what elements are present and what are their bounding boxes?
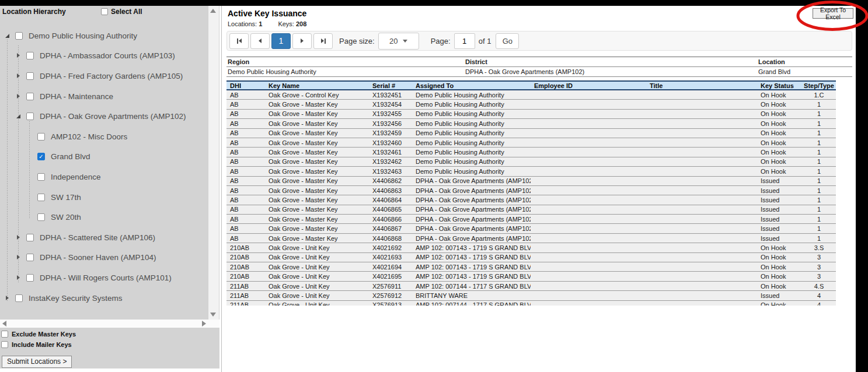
table-row[interactable]: ABOak Grove - Master KeyX1932454Demo Pub… <box>226 100 836 109</box>
tree-item-label[interactable]: SW 20th <box>51 213 81 222</box>
tree-item-label[interactable]: DPHA - Will Rogers Courts (AMP101) <box>40 273 172 282</box>
last-page-button[interactable] <box>313 33 333 49</box>
page-number-input[interactable] <box>454 33 475 49</box>
expand-icon[interactable] <box>16 255 23 260</box>
page-size-dropdown[interactable]: 20 <box>378 33 419 50</box>
tree-item-label[interactable]: DPHA - Ambassador Courts (AMP103) <box>40 51 175 60</box>
tree-item[interactable]: Demo Public Housing Authority <box>0 26 205 46</box>
tree-checkbox[interactable]: ✓ <box>37 153 45 160</box>
column-header[interactable]: Key Status <box>757 82 802 89</box>
tree-item-label[interactable]: Grand Blvd <box>51 152 90 161</box>
table-row[interactable]: ABOak Grove - Master KeyX4406864DPHA - O… <box>226 195 836 205</box>
submit-locations-button[interactable]: Submit Locations > <box>2 356 72 368</box>
column-header[interactable]: Title <box>646 82 757 89</box>
tree-checkbox[interactable] <box>26 274 34 282</box>
table-row[interactable]: ABOak Grove - Master KeyX1932459Demo Pub… <box>226 129 836 138</box>
next-page-button[interactable] <box>292 33 312 49</box>
scroll-right-icon[interactable] <box>202 321 206 327</box>
column-header[interactable]: Step/Type <box>802 82 836 89</box>
select-all-control[interactable]: Select All <box>101 8 142 16</box>
tree-horizontal-scrollbar[interactable] <box>0 320 219 328</box>
table-row[interactable]: ABOak Grove - Master KeyX4406862DPHA - O… <box>226 177 836 186</box>
tree-item[interactable]: DPHA - Will Rogers Courts (AMP101) <box>0 268 205 288</box>
filter-checkbox[interactable] <box>1 341 8 348</box>
table-row[interactable]: 210ABOak Grove - Unit KeyX4021692AMP 102… <box>226 243 836 252</box>
tree-item-label[interactable]: DPHA - Scattered Site (AMP106) <box>40 233 155 242</box>
table-row[interactable]: ABOak Grove - Master KeyX4406863DPHA - O… <box>226 186 836 195</box>
column-header[interactable]: Employee ID <box>531 82 646 89</box>
table-row[interactable]: ABOak Grove - Master KeyX4406866DPHA - O… <box>226 215 836 224</box>
tree-item[interactable]: InstaKey Security Systems <box>0 288 205 308</box>
page-1-button[interactable]: 1 <box>271 33 291 49</box>
collapse-icon[interactable] <box>16 114 23 119</box>
tree-item[interactable]: DPHA - Maintenance <box>0 86 205 107</box>
tree-checkbox[interactable] <box>26 254 34 261</box>
scroll-up-icon[interactable] <box>210 9 216 13</box>
tree-item-label[interactable]: DPHA - Oak Grove Apartments (AMP102) <box>40 112 186 121</box>
table-row[interactable]: 210ABOak Grove - Unit KeyX4021695AMP 102… <box>226 272 836 281</box>
column-header[interactable]: DHI <box>226 82 265 89</box>
table-row[interactable]: ABOak Grove - Master KeyX4406865DPHA - O… <box>226 205 836 215</box>
select-all-checkbox[interactable] <box>101 8 108 15</box>
table-row[interactable]: 211ABOak Grove - Unit KeyX2576912BRITTAN… <box>226 291 836 300</box>
expand-icon[interactable] <box>16 73 23 79</box>
tree-checkbox[interactable] <box>37 213 45 221</box>
previous-page-button[interactable] <box>250 33 270 49</box>
tree-item-label[interactable]: AMP102 - Misc Doors <box>51 132 127 141</box>
tree-item[interactable]: DPHA - Ambassador Courts (AMP103) <box>0 46 205 66</box>
expand-icon[interactable] <box>16 94 23 99</box>
table-row[interactable]: ABOak Grove - Control KeyX1932451Demo Pu… <box>226 90 836 100</box>
first-page-button[interactable] <box>229 33 249 49</box>
expand-icon[interactable] <box>16 53 23 58</box>
table-row[interactable]: ABOak Grove - Master KeyX1932456Demo Pub… <box>226 119 836 128</box>
go-button[interactable]: Go <box>496 33 519 49</box>
tree-item-label[interactable]: DPHA - Sooner Haven (AMP104) <box>40 253 156 262</box>
scroll-down-icon[interactable] <box>210 313 216 317</box>
tree-checkbox[interactable] <box>37 194 45 201</box>
table-row[interactable]: 210ABOak Grove - Unit KeyX4021694AMP 102… <box>226 262 836 272</box>
table-row[interactable]: 211ABOak Grove - Unit KeyX2576913AMP 102… <box>226 301 836 306</box>
tree-item[interactable]: DPHA - Fred Factory Gardens (AMP105) <box>0 66 205 86</box>
column-header[interactable]: Serial # <box>369 82 412 89</box>
tree-item-label[interactable]: DPHA - Maintenance <box>40 92 113 101</box>
tree-item[interactable]: DPHA - Scattered Site (AMP106) <box>0 227 205 248</box>
tree-item[interactable]: ✓Grand Blvd <box>0 147 205 167</box>
table-row[interactable]: ABOak Grove - Master KeyX1932455Demo Pub… <box>226 110 836 119</box>
tree-item-label[interactable]: Demo Public Housing Authority <box>29 31 137 40</box>
tree-item[interactable]: DPHA - Sooner Haven (AMP104) <box>0 248 205 268</box>
table-row[interactable]: ABOak Grove - Master KeyX1932460Demo Pub… <box>226 138 836 148</box>
tree-item[interactable]: Independence <box>0 167 205 187</box>
tree-checkbox[interactable] <box>26 93 34 100</box>
table-row[interactable]: ABOak Grove - Master KeyX4406868DPHA - O… <box>226 234 836 243</box>
table-row[interactable]: ABOak Grove - Master KeyX4406867DPHA - O… <box>226 224 836 233</box>
tree-checkbox[interactable] <box>26 72 34 80</box>
tree-checkbox[interactable] <box>15 294 23 302</box>
tree-item[interactable]: AMP102 - Misc Doors <box>0 127 205 147</box>
column-header[interactable]: Assigned To <box>412 82 531 89</box>
tree-item-label[interactable]: SW 17th <box>51 193 81 202</box>
tree-item-label[interactable]: Independence <box>51 173 101 181</box>
table-row[interactable]: ABOak Grove - Master KeyX1932461Demo Pub… <box>226 148 836 157</box>
table-row[interactable]: 211ABOak Grove - Unit KeyX2576911AMP 102… <box>226 282 836 291</box>
tree-item-label[interactable]: DPHA - Fred Factory Gardens (AMP105) <box>40 72 183 80</box>
table-row[interactable]: 210ABOak Grove - Unit KeyX4021693AMP 102… <box>226 253 836 262</box>
expand-icon[interactable] <box>16 275 23 280</box>
tree-checkbox[interactable] <box>26 52 34 59</box>
column-header[interactable]: Key Name <box>265 82 369 89</box>
tree-item[interactable]: SW 17th <box>0 187 205 208</box>
scroll-left-icon[interactable] <box>2 321 6 327</box>
tree-checkbox[interactable] <box>37 133 45 141</box>
expand-icon[interactable] <box>5 296 12 301</box>
collapse-icon[interactable] <box>5 33 12 38</box>
filter-checkbox[interactable] <box>1 331 8 338</box>
expand-icon[interactable] <box>16 235 23 240</box>
tree-item[interactable]: DPHA - Oak Grove Apartments (AMP102) <box>0 106 205 127</box>
filter-option[interactable]: Exclude Master Keys <box>1 329 219 338</box>
tree-checkbox[interactable] <box>26 234 34 241</box>
tree-vertical-scrollbar[interactable] <box>208 6 219 320</box>
tree-item-label[interactable]: InstaKey Security Systems <box>29 294 123 303</box>
table-row[interactable]: ABOak Grove - Master KeyX1932463Demo Pub… <box>226 167 836 176</box>
table-row[interactable]: ABOak Grove - Master KeyX1932462Demo Pub… <box>226 157 836 167</box>
tree-checkbox[interactable] <box>37 173 45 181</box>
tree-checkbox[interactable] <box>26 113 34 120</box>
